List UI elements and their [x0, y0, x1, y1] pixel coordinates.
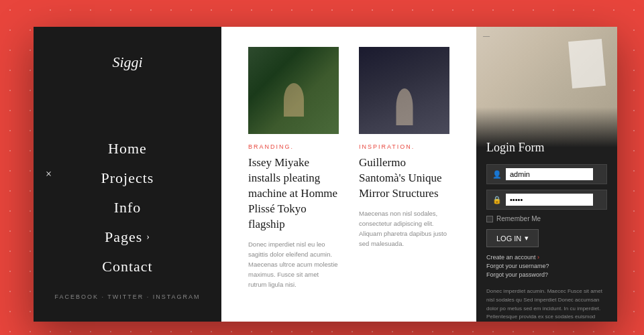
right-panel-content: Login Form 👤 🔒 Remember Me LOG IN ▾ Crea…: [476, 134, 617, 322]
article-excerpt-2: Maecenas non nisl sodales, consectetur a…: [359, 208, 449, 249]
branding-image: [248, 47, 339, 134]
sidebar-footer: FACEBOOK · TWITTER · INSTAGRAM: [34, 289, 221, 308]
remember-label: Remember Me: [496, 215, 541, 222]
pages-arrow-icon: ›: [146, 232, 150, 243]
create-account-arrow: ›: [537, 254, 539, 261]
nav-item-info[interactable]: Info: [114, 199, 142, 216]
nav-item-projects[interactable]: Projects: [101, 170, 154, 187]
username-input[interactable]: [506, 168, 593, 180]
close-button[interactable]: ×: [46, 168, 52, 180]
article-title-1: Issey Miyake installs pleating machine a…: [248, 155, 339, 232]
password-input[interactable]: [506, 194, 593, 206]
article-category-2: INSPIRATION.: [359, 143, 449, 150]
nav-item-home[interactable]: Home: [108, 140, 147, 157]
article-excerpt-1: Donec imperdiet nisl eu leo sagittis dol…: [248, 239, 339, 290]
social-links: FACEBOOK · TWITTER · INSTAGRAM: [54, 293, 200, 300]
lock-icon: 🔒: [492, 196, 502, 204]
right-panel-body-text: Donec imperdiet acumin. Maecec Fusce sit…: [486, 287, 607, 322]
article-title-2: Guillermo Santomà's Unique Mirror Struct…: [359, 155, 449, 202]
create-account-link[interactable]: Create an account ›: [486, 254, 607, 261]
logo-text: Siggi: [112, 54, 142, 70]
article-card-2: INSPIRATION. Guillermo Santomà's Unique …: [349, 47, 460, 308]
forgot-username-link[interactable]: Forgot your username?: [486, 263, 607, 269]
user-icon: 👤: [492, 170, 502, 179]
forgot-password-link[interactable]: Forgot your password?: [486, 271, 607, 278]
article-card-1: BRANDING. Issey Miyake installs pleating…: [238, 47, 349, 308]
form-links: Create an account › Forgot your username…: [486, 254, 607, 278]
right-panel-bg-image: [476, 27, 617, 147]
nav-menu: Home Projects Info Pages › Contact: [34, 100, 221, 275]
nav-item-pages[interactable]: Pages ›: [105, 228, 150, 246]
minimize-icon[interactable]: —: [483, 32, 490, 40]
article-category-1: BRANDING.: [248, 143, 339, 150]
inspiration-image: [359, 47, 449, 134]
content-area: BRANDING. Issey Miyake installs pleating…: [221, 27, 476, 322]
remember-me-row: Remember Me: [486, 215, 607, 222]
login-button[interactable]: LOG IN ▾: [486, 229, 539, 247]
login-form-title: Login Form: [486, 141, 607, 155]
remember-checkbox[interactable]: [486, 216, 493, 222]
username-field-wrapper: 👤: [486, 164, 607, 184]
nav-item-contact[interactable]: Contact: [102, 258, 152, 275]
articles-grid: BRANDING. Issey Miyake installs pleating…: [221, 27, 476, 322]
right-panel: — Login Form 👤 🔒 Remember Me LOG IN ▾: [476, 27, 617, 322]
main-wrapper: Siggi × Home Projects Info Pages › Conta…: [34, 27, 617, 322]
logo: Siggi: [34, 47, 221, 71]
sidebar: Siggi × Home Projects Info Pages › Conta…: [34, 27, 221, 322]
article-image-2: [359, 47, 449, 134]
article-image-1: [248, 47, 339, 134]
login-arrow-icon: ▾: [525, 234, 529, 243]
password-field-wrapper: 🔒: [486, 190, 607, 210]
